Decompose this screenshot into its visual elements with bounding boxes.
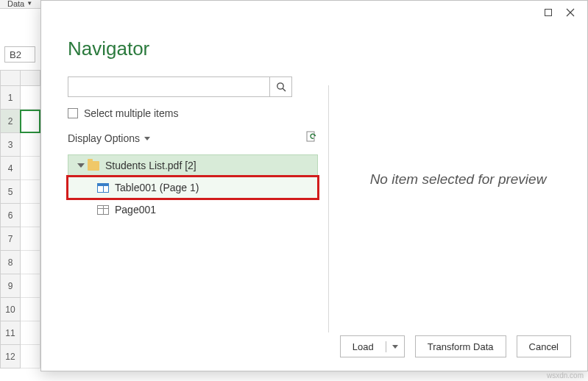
load-button-group: Load xyxy=(340,335,405,357)
restore-icon xyxy=(544,8,553,17)
search-icon xyxy=(276,82,286,92)
cell[interactable] xyxy=(21,133,40,157)
refresh-button[interactable] xyxy=(306,131,318,146)
display-options-label: Display Options xyxy=(68,132,140,144)
load-button[interactable]: Load xyxy=(341,341,386,352)
row-header[interactable]: 2 xyxy=(0,110,21,133)
row-header[interactable]: 10 xyxy=(0,298,21,321)
cell[interactable] xyxy=(21,251,40,274)
cell[interactable] xyxy=(21,157,40,180)
watermark: wsxdn.com xyxy=(547,371,584,380)
chevron-down-icon: ▼ xyxy=(26,0,32,7)
svg-point-1 xyxy=(277,83,283,89)
row-header[interactable]: 7 xyxy=(0,227,21,251)
cell[interactable] xyxy=(21,204,40,227)
chevron-down-icon xyxy=(392,345,398,349)
cell[interactable] xyxy=(21,321,40,345)
row-header[interactable]: 4 xyxy=(0,157,21,180)
search-button[interactable] xyxy=(269,77,291,96)
cancel-button[interactable]: Cancel xyxy=(517,335,571,357)
load-dropdown[interactable] xyxy=(386,345,404,349)
tree-item-table001[interactable]: Table001 (Page 1) xyxy=(68,177,318,199)
display-options-dropdown[interactable]: Display Options xyxy=(68,132,150,144)
tree-root-label: Students List.pdf [2] xyxy=(105,160,196,171)
restore-button[interactable] xyxy=(537,2,559,23)
name-box[interactable]: B2 xyxy=(4,46,35,63)
search-input[interactable] xyxy=(68,82,269,93)
name-box-value: B2 xyxy=(10,49,21,60)
row-header[interactable]: 5 xyxy=(0,180,21,204)
table-icon xyxy=(97,183,109,193)
tree-root-pdf[interactable]: Students List.pdf [2] xyxy=(68,154,318,177)
tree-item-label: Page001 xyxy=(115,204,156,216)
row-header[interactable]: 6 xyxy=(0,204,21,227)
transform-label: Transform Data xyxy=(428,341,494,352)
navigator-dialog: Navigator Select multiple items xyxy=(40,0,588,371)
chevron-down-icon xyxy=(144,137,150,140)
row-header[interactable]: 1 xyxy=(0,86,21,110)
page-icon xyxy=(97,205,109,215)
preview-empty-text: No item selected for preview xyxy=(370,171,547,188)
navigator-left-pane: Select multiple items Display Options xyxy=(41,76,328,341)
select-multiple-checkbox[interactable]: Select multiple items xyxy=(68,107,328,119)
row-header[interactable]: 3 xyxy=(0,133,21,157)
search-box xyxy=(68,76,292,97)
cell[interactable] xyxy=(21,345,40,368)
tree-item-label: Table001 (Page 1) xyxy=(115,182,199,193)
transform-data-button[interactable]: Transform Data xyxy=(415,335,506,357)
cell[interactable] xyxy=(21,298,40,321)
close-icon xyxy=(566,8,575,17)
load-label: Load xyxy=(353,341,374,352)
column-header-A[interactable] xyxy=(21,70,40,86)
row-header[interactable]: 8 xyxy=(0,251,21,274)
select-multiple-label: Select multiple items xyxy=(84,107,178,119)
dialog-title: Navigator xyxy=(41,24,587,76)
cancel-label: Cancel xyxy=(529,341,559,352)
cell[interactable] xyxy=(21,86,40,110)
close-button[interactable] xyxy=(559,2,581,23)
row-header[interactable]: 9 xyxy=(0,274,21,298)
folder-icon xyxy=(88,161,99,171)
cell[interactable] xyxy=(21,180,40,204)
source-tree: Students List.pdf [2] Table001 (Page 1) … xyxy=(68,154,318,221)
tree-item-page001[interactable]: Page001 xyxy=(68,199,318,221)
cell[interactable] xyxy=(21,110,40,133)
select-all-corner[interactable] xyxy=(0,70,21,86)
row-header[interactable]: 12 xyxy=(0,345,21,368)
svg-rect-0 xyxy=(545,10,552,16)
preview-pane: No item selected for preview xyxy=(329,76,587,341)
dialog-titlebar xyxy=(41,1,587,24)
refresh-icon xyxy=(306,131,318,143)
expand-icon xyxy=(77,163,85,168)
dialog-button-row: Load Transform Data Cancel xyxy=(340,335,571,357)
cell[interactable] xyxy=(21,274,40,298)
ribbon-tab-label: Data xyxy=(7,0,24,8)
row-header[interactable]: 11 xyxy=(0,321,21,345)
checkbox-icon xyxy=(68,108,78,118)
cell[interactable] xyxy=(21,227,40,251)
